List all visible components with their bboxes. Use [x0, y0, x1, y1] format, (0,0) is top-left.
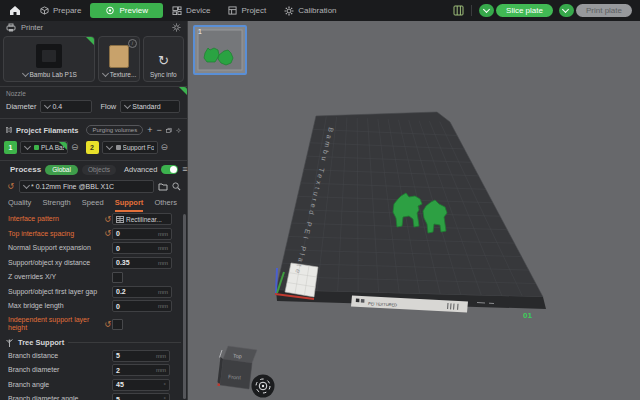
reset-icon[interactable]: ↺ [103, 320, 112, 329]
orbit-gizmo-button[interactable] [252, 375, 275, 398]
nozzle-title: Nozzle [6, 90, 181, 97]
z-overrides-checkbox[interactable] [112, 272, 123, 283]
tree-support-section-header: Tree Support [0, 335, 187, 349]
slice-options-dropdown[interactable] [479, 4, 494, 17]
advanced-toggle[interactable] [161, 165, 178, 174]
process-global-tab[interactable]: Global [45, 165, 78, 175]
tab-project[interactable]: Project [219, 3, 275, 18]
home-icon [9, 5, 21, 16]
tab-others[interactable]: Others [154, 198, 177, 212]
process-preset-select[interactable]: * 0.12mm Fine @BBL X1C [19, 180, 154, 193]
printer-settings-gear-icon[interactable] [172, 23, 181, 32]
tab-strength[interactable]: Strength [42, 198, 70, 212]
sync-info-button[interactable]: ↻ Sync info [143, 36, 184, 82]
nav-cube-front-label: Front [228, 374, 242, 381]
setting-row: Support/object first layer gap 0.2 mm [0, 285, 187, 300]
preset-list-icon[interactable]: ≡ [182, 165, 187, 174]
bambu-studio-window: Prepare Preview Device Projec [0, 0, 640, 400]
navigation-cube[interactable]: Top Front [218, 346, 258, 389]
filament-settings-gear-icon[interactable] [176, 126, 181, 135]
filament-list-row: 1 PLA Basic ⊖ 2 Support Fo... ⊖ [0, 141, 187, 161]
nav-cube-top-label: Top [233, 352, 243, 359]
slice-plate-button[interactable]: Slice plate [496, 4, 553, 17]
filament-1-swatch[interactable]: 1 [4, 141, 17, 154]
settings-scrollbar[interactable] [183, 214, 186, 399]
add-filament-button[interactable]: + [147, 126, 152, 135]
top-interface-spacing-input[interactable]: 0 mm [112, 228, 172, 240]
tab-label: Preview [119, 6, 147, 15]
setting-label: Branch distance [8, 352, 112, 360]
filament-2-swatch[interactable]: 2 [86, 141, 99, 154]
calibration-gear-icon [284, 6, 294, 16]
reset-icon[interactable]: ↺ [103, 229, 112, 238]
search-preset-icon[interactable] [172, 182, 181, 191]
tab-speed[interactable]: Speed [82, 198, 104, 212]
process-objects-tab[interactable]: Objects [82, 165, 116, 175]
plate-type-card[interactable]: i Texture... [98, 36, 139, 82]
filament-1-name: PLA Basic [41, 144, 64, 151]
printer-section-header: Printer [0, 21, 187, 34]
print-options-dropdown[interactable] [559, 4, 574, 17]
nozzle-diameter-select[interactable]: 0.4 [40, 100, 92, 113]
copy-settings-icon[interactable] [166, 126, 172, 135]
filament-2-select[interactable]: Support Fo... [102, 141, 158, 154]
max-bridge-length-input[interactable]: 0 mm [112, 300, 172, 312]
tab-quality[interactable]: Quality [8, 198, 31, 212]
print-plate-button[interactable]: Print plate [576, 4, 632, 17]
printer-icon [6, 23, 16, 32]
printer-image [36, 44, 62, 68]
viewport-3d[interactable]: PEI TEXTURED Bambu Textured PEI Plate [188, 21, 640, 400]
tab-device[interactable]: Device [163, 3, 219, 18]
setting-row: Interface pattern ↺ Rectilinear... [0, 212, 187, 227]
chevron-down-icon [124, 102, 131, 109]
tab-label: Prepare [53, 6, 81, 15]
branch-distance-input[interactable]: 5 mm [112, 350, 170, 362]
interface-pattern-select[interactable]: Rectilinear... [112, 213, 172, 225]
interface-pattern-value: Rectilinear... [126, 216, 162, 223]
setting-label: Independent support layer height [8, 316, 103, 332]
branch-diameter-input[interactable]: 2 mm [112, 364, 170, 376]
setting-label: Branch angle [8, 381, 112, 389]
plate-type-name: Texture... [110, 71, 137, 78]
setting-row: Branch angle 45 ° [0, 378, 187, 393]
chevron-down-icon [106, 143, 113, 150]
setting-label: Support/object xy distance [8, 259, 103, 267]
normal-support-expansion-input[interactable]: 0 mm [112, 242, 172, 254]
process-title: Process [10, 165, 41, 174]
support-object-xy-distance-input[interactable]: 0.35 mm [112, 257, 172, 269]
tab-prepare[interactable]: Prepare [31, 3, 90, 18]
tab-preview[interactable]: Preview [90, 3, 162, 18]
preset-name: * 0.12mm Fine @BBL X1C [31, 183, 114, 190]
device-icon [172, 6, 182, 15]
home-button[interactable] [0, 5, 31, 16]
process-section-header: Process Global Objects Advanced ≡ [0, 161, 187, 178]
purging-volumes-button[interactable]: Purging volumes [86, 125, 143, 135]
first-layer-gap-input[interactable]: 0.2 mm [112, 286, 172, 298]
reset-icon[interactable]: ↺ [6, 182, 15, 191]
plate-thumbnail-number: 1 [198, 28, 202, 35]
setting-row: Support/object xy distance 0.35 mm [0, 256, 187, 271]
plate-arrange-icon[interactable] [453, 5, 464, 16]
remove-filament-button[interactable]: − [156, 126, 161, 135]
independent-support-layer-checkbox[interactable] [112, 319, 123, 330]
info-icon[interactable]: i [128, 39, 137, 48]
printer-select-card[interactable]: Bambu Lab P1S [3, 36, 95, 82]
setting-row: Max bridge length 0 mm [0, 299, 187, 314]
tab-calibration[interactable]: Calibration [275, 3, 345, 19]
branch-diameter-angle-input[interactable]: 5 ° [112, 393, 170, 400]
branch-angle-input[interactable]: 45 ° [112, 379, 170, 391]
delete-filament-1-icon[interactable]: ⊖ [71, 143, 79, 152]
save-preset-folder-icon[interactable] [158, 182, 168, 191]
tab-support[interactable]: Support [115, 198, 144, 212]
flow-select[interactable]: Standard [120, 100, 180, 113]
tree-support-title: Tree Support [18, 338, 64, 347]
plate-thumbnail[interactable]: 1 [193, 25, 247, 75]
delete-filament-2-icon[interactable]: ⊖ [161, 143, 169, 152]
tab-label: Calibration [298, 6, 336, 15]
viewport-3d-scene[interactable]: PEI TEXTURED Bambu Textured PEI Plate [188, 21, 640, 400]
diameter-label: Diameter [6, 102, 36, 111]
reset-icon[interactable]: ↺ [103, 215, 112, 224]
filament-mini-swatch [116, 145, 121, 150]
sync-icon: ↻ [158, 54, 169, 67]
filament-1-select[interactable]: PLA Basic [20, 141, 68, 154]
